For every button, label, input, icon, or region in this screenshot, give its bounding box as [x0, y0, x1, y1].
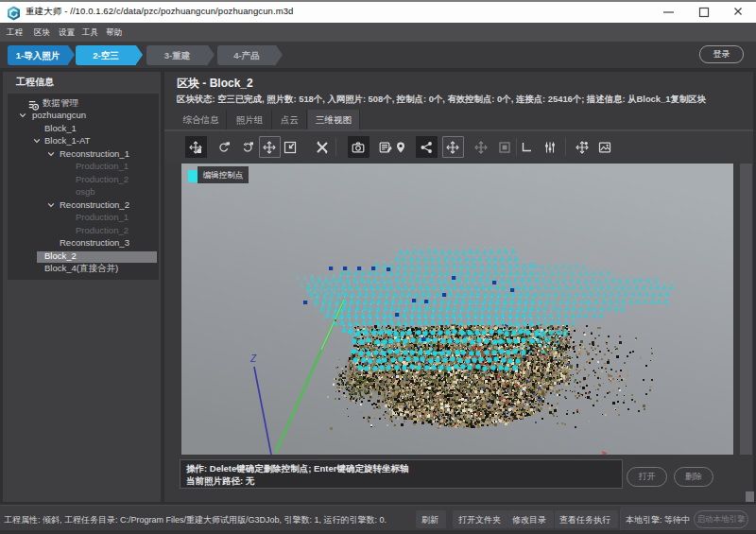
svg-text:Z: Z	[249, 353, 257, 364]
